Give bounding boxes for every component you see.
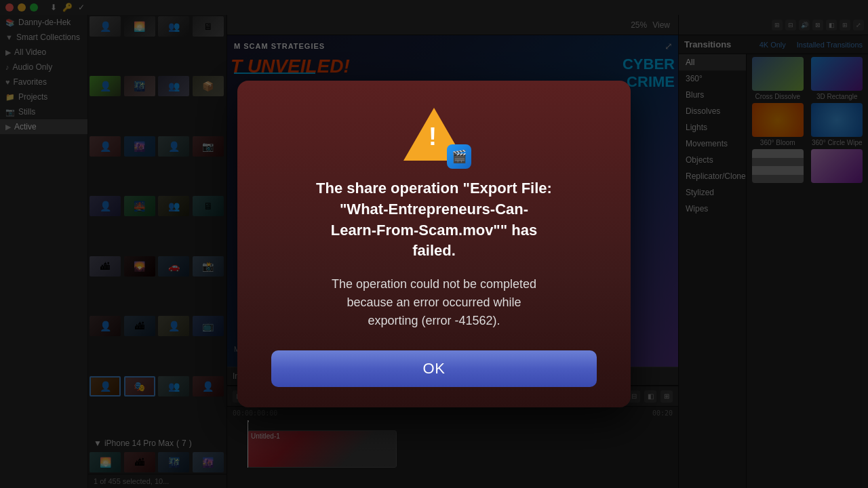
modal-ok-button[interactable]: OK [271, 350, 597, 387]
modal-body: The operation could not be completed bec… [271, 275, 597, 330]
modal-title: The share operation "Export File: "What-… [271, 178, 597, 262]
modal-overlay: 🎬 The share operation "Export File: "Wha… [0, 0, 868, 488]
modal-icon: 🎬 [400, 108, 468, 162]
error-modal: 🎬 The share operation "Export File: "Wha… [237, 81, 631, 407]
fcpx-icon: 🎬 [447, 144, 471, 169]
